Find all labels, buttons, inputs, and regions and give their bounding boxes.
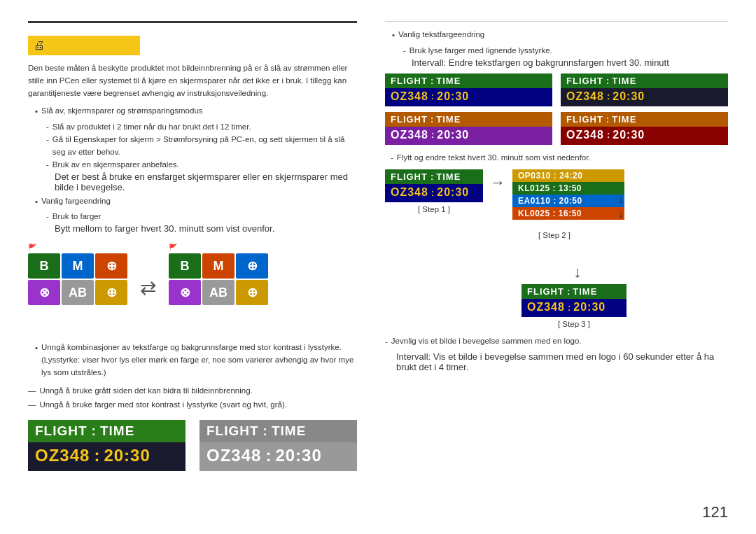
step-section: - Flytt og endre tekst hvert 30. minutt … <box>385 152 728 329</box>
em-dash-icon: — <box>28 385 36 398</box>
grid-cell-4: AB <box>202 280 234 305</box>
right-display-row1: FLIGHT : TIME OZ348 : 20:30 FLIGHT : TIM… <box>385 73 728 106</box>
bullet-dot-2: • <box>35 196 38 209</box>
grid-cell-2: ⊕ <box>95 253 127 279</box>
grid-left-wrapper: 🚩 BM⊕⊗AB⊕ <box>28 244 127 332</box>
warning-icon: 🖨 <box>34 39 45 52</box>
step1-time: 20:30 <box>437 186 469 199</box>
avoid-dashed-2: — Unngå å bruke grått siden det kan bidr… <box>28 385 357 398</box>
warning-box: 🖨 <box>28 36 140 55</box>
fd-gray-colon-b: : <box>265 446 271 465</box>
grid-cell-3: ⊗ <box>169 280 201 305</box>
right-fd-2-2-colon-b: : <box>607 129 610 140</box>
grid-right-wrapper: 🚩 BM⊕⊗AB⊕ <box>169 244 268 332</box>
fd-gray-time: 20:30 <box>275 446 321 465</box>
grid-cell-0: B <box>169 253 201 279</box>
step-note-text: Flytt og endre tekst hvert 30. minutt so… <box>397 152 591 164</box>
grid-cell-5: ⊕ <box>236 280 268 305</box>
right-fd-1-2-value: OZ348 <box>566 90 604 103</box>
grid-cell-0: B <box>28 253 60 279</box>
dash: - <box>46 121 49 134</box>
right-fd-2-1-word: TIME <box>436 114 461 125</box>
fd-gray-body: OZ348 : 20:30 <box>200 442 357 471</box>
fd-gray-value: OZ348 <box>206 446 261 465</box>
bottom-note2: Intervall: Vis et bilde i bevegelse samm… <box>396 351 714 372</box>
step2-row-3: EA0110 : 20:50 <box>512 195 624 207</box>
bullet-dot: • <box>35 106 38 118</box>
right-sub-1: - Bruk lyse farger med lignende lysstyrk… <box>403 45 728 57</box>
color-grid-left: BM⊕⊗AB⊕ <box>28 253 127 332</box>
step2-text-3: EA0110 : 20:50 <box>518 196 582 206</box>
step1-value: OZ348 <box>391 186 428 199</box>
right-fd-2-2-body: OZ348 : 20:30 <box>561 127 728 145</box>
sub-item-1-2: - Gå til Egenskaper for skjerm > Strømfo… <box>46 134 357 159</box>
right-fd-1-1-header: FLIGHT : TIME <box>385 73 552 88</box>
step3-header: FLIGHT : TIME <box>522 284 626 299</box>
step-dash: - <box>391 152 393 164</box>
right-fd-1-1: FLIGHT : TIME OZ348 : 20:30 <box>385 73 552 106</box>
right-fd-1-2-title: FLIGHT <box>566 76 603 86</box>
arrow-section: ⇄ <box>140 276 156 300</box>
avoid-note-3: Unngå å bruke farger med stor kontrast i… <box>40 399 287 412</box>
flight-display-dark: FLIGHT : TIME OZ348 : 20:30 <box>28 420 186 471</box>
grid-cell-4: AB <box>62 280 94 305</box>
fd-gray-header: FLIGHT : TIME <box>200 420 357 442</box>
step2-row-1: OP0310 : 24:20 <box>512 169 624 182</box>
step3-value: OZ348 <box>527 301 565 314</box>
right-dash-1: - <box>403 45 406 57</box>
right-fd-2-2-time: 20:30 <box>612 129 645 141</box>
grid-cell-1: M <box>202 253 234 279</box>
right-column: • Vanlig tekstfargeendring - Bruk lyse f… <box>378 21 728 520</box>
top-rule <box>28 21 357 23</box>
sub-item-1-3: - Bruk av en skjermsparer anbefales. <box>46 159 357 171</box>
bottom-dot-1: - <box>385 336 388 349</box>
dash: - <box>46 211 49 223</box>
grid-right-flag: 🚩 <box>169 244 177 251</box>
step1-colon-h: : <box>430 171 433 182</box>
step2-display: OP0310 : 24:20 KL0125 : 13:50 EA0110 : 2… <box>512 169 624 220</box>
right-fd-1-1-body: OZ348 : 20:30 <box>385 88 552 106</box>
right-note1-dash2: Intervall: Endre tekstfargen og bakgrunn… <box>412 57 669 68</box>
right-note1: Vanlig tekstfargeendring <box>398 29 484 41</box>
right-fd-2-2-header: FLIGHT : TIME <box>561 112 728 127</box>
left-column: 🖨 Den beste måten å beskytte produktet m… <box>28 21 378 520</box>
fd-dark-colon-b: : <box>94 446 99 465</box>
right-fd-1-2: FLIGHT : TIME OZ348 : 20:30 <box>561 73 728 106</box>
step3-body: OZ348 : 20:30 <box>522 299 626 317</box>
right-bullet-dot: • <box>392 29 395 42</box>
step3-colon-b: : <box>568 302 570 313</box>
right-fd-1-2-word: TIME <box>612 76 636 86</box>
bullet-dot-a1: • <box>35 342 38 355</box>
grid-cell-5: ⊕ <box>95 280 127 305</box>
sub-text-2-1b: Bytt mellom to farger hvert 30. minutt s… <box>55 223 274 234</box>
sub-text-2-1b-wrap: Bytt mellom to farger hvert 30. minutt s… <box>55 223 357 234</box>
em-dash-icon-2: — <box>28 399 36 412</box>
bottom-notes: - Jevnlig vis et bilde i bevegelse samme… <box>385 335 728 372</box>
step-note-item: - Flytt og endre tekst hvert 30. minutt … <box>391 152 728 164</box>
avoid-dashed-3: — Unngå å bruke farger med stor kontrast… <box>28 399 357 412</box>
step1-block: FLIGHT : TIME OZ348 : 20:30 [ Step 1 ] <box>385 169 483 213</box>
right-fd-1-2-colon-h: : <box>606 76 609 86</box>
grid-left-label: 🚩 <box>28 244 127 251</box>
right-display-row2: FLIGHT : TIME OZ348 : 20:30 FLIGHT : TIM… <box>385 112 728 145</box>
sub-list-2: - Bruk to farger Bytt mellom to farger h… <box>46 211 357 234</box>
right-fd-2-1-title: FLIGHT <box>391 114 428 125</box>
bottom-flight-displays: FLIGHT : TIME OZ348 : 20:30 FLIGHT : TIM… <box>28 420 357 471</box>
bullet-item-1: • Slå av, skjermsparer og strømsparingsm… <box>35 105 357 118</box>
bullet-label-2: Vanlig fargeendring <box>41 195 111 208</box>
fd-dark-time: 20:30 <box>104 446 150 465</box>
right-fd-2-2-colon-h: : <box>606 114 609 125</box>
right-fd-1-2-header: FLIGHT : TIME <box>561 73 728 88</box>
right-notes: • Vanlig tekstfargeendring - Bruk lyse f… <box>392 29 728 68</box>
sub-list-1: - Slå av produktet i 2 timer når du har … <box>46 121 357 192</box>
right-fd-1-1-title: FLIGHT <box>391 76 428 86</box>
flight-display-gray: FLIGHT : TIME OZ348 : 20:30 <box>200 420 357 471</box>
right-fd-2-1-colon-h: : <box>430 114 433 125</box>
right-fd-1-2-time: 20:30 <box>612 90 645 103</box>
step1-header: FLIGHT : TIME <box>385 169 483 184</box>
step3-time: 20:30 <box>573 301 606 314</box>
body-text-1: Den beste måten å beskytte produktet mot… <box>28 62 357 99</box>
sub-text-1-3: Bruk av en skjermsparer anbefales. <box>52 159 179 171</box>
step1-to-step2-arrow: → <box>490 169 505 192</box>
step3-label: [ Step 3 ] <box>558 320 590 328</box>
